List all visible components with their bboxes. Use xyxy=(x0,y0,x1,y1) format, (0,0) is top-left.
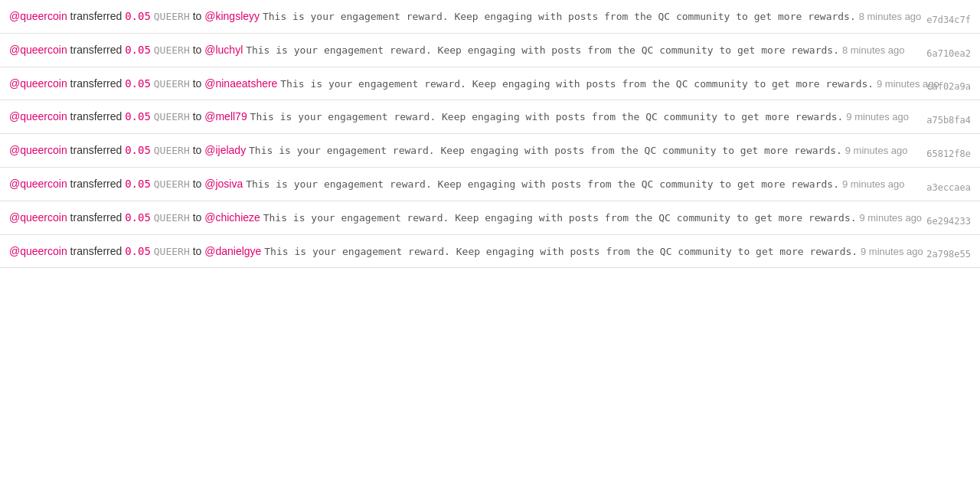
to-label: to xyxy=(193,211,205,224)
timestamp: 9 minutes ago xyxy=(845,145,908,156)
transaction-item: @queercoin transferred 0.05 QUEERH to @i… xyxy=(0,134,980,168)
token: QUEERH xyxy=(154,212,190,224)
transaction-item: @queercoin transferred 0.05 QUEERH to @m… xyxy=(0,100,980,134)
to-account[interactable]: @chichieze xyxy=(204,211,260,224)
tx-hash: e7d34c7f xyxy=(926,15,971,25)
transaction-item: @queercoin transferred 0.05 QUEERH to @n… xyxy=(0,67,980,101)
timestamp: 9 minutes ago xyxy=(842,178,905,190)
amount: 0.05 xyxy=(125,44,151,56)
amount: 0.05 xyxy=(125,144,151,156)
tx-hash: 65812f8e xyxy=(926,149,971,159)
tx-hash: a75b8fa4 xyxy=(926,115,971,126)
to-account[interactable]: @ninaeatshere xyxy=(204,77,277,90)
token: QUEERH xyxy=(154,111,190,122)
amount: 0.05 xyxy=(125,245,151,257)
from-account[interactable]: @queercoin xyxy=(9,44,67,56)
action-text: transferred xyxy=(70,144,126,156)
transaction-item: @queercoin transferred 0.05 QUEERH to @d… xyxy=(0,235,980,269)
message: This is your engagement reward. Keep eng… xyxy=(263,212,857,224)
transaction-line: @queercoin transferred 0.05 QUEERH to @j… xyxy=(9,175,971,193)
from-account[interactable]: @queercoin xyxy=(9,178,67,190)
action-text: transferred xyxy=(70,10,126,22)
amount: 0.05 xyxy=(125,10,151,22)
transaction-line: @queercoin transferred 0.05 QUEERH to @n… xyxy=(9,75,971,93)
tx-hash: caf02a9a xyxy=(926,81,971,92)
transaction-line: @queercoin transferred 0.05 QUEERH to @i… xyxy=(9,142,971,159)
message: This is your engagement reward. Keep eng… xyxy=(263,11,856,22)
from-account[interactable]: @queercoin xyxy=(9,211,67,224)
tx-hash: 6e294233 xyxy=(926,216,971,227)
transaction-item: @queercoin transferred 0.05 QUEERH to @k… xyxy=(0,0,980,34)
tx-hash: 2a798e55 xyxy=(926,249,971,260)
to-account[interactable]: @danielgye xyxy=(204,245,261,257)
action-text: transferred xyxy=(70,178,126,190)
tx-hash: a3eccaea xyxy=(926,182,971,193)
amount: 0.05 xyxy=(125,110,151,122)
to-label: to xyxy=(193,178,205,190)
token: QUEERH xyxy=(154,246,190,257)
message: This is your engagement reward. Keep eng… xyxy=(249,145,842,156)
token: QUEERH xyxy=(154,78,190,90)
timestamp: 9 minutes ago xyxy=(846,111,909,122)
message: This is your engagement reward. Keep eng… xyxy=(250,111,844,122)
to-label: to xyxy=(193,10,205,22)
to-account[interactable]: @ijelady xyxy=(204,144,246,156)
message: This is your engagement reward. Keep eng… xyxy=(246,178,839,190)
timestamp: 8 minutes ago xyxy=(859,11,922,22)
to-label: to xyxy=(193,144,205,156)
token: QUEERH xyxy=(154,145,190,156)
message: This is your engagement reward. Keep eng… xyxy=(264,246,858,257)
transaction-item: @queercoin transferred 0.05 QUEERH to @j… xyxy=(0,168,980,201)
to-label: to xyxy=(193,245,205,257)
transaction-item: @queercoin transferred 0.05 QUEERH to @c… xyxy=(0,201,980,235)
amount: 0.05 xyxy=(125,211,151,224)
token: QUEERH xyxy=(154,11,190,22)
transaction-item: @queercoin transferred 0.05 QUEERH to @l… xyxy=(0,34,980,67)
timestamp: 9 minutes ago xyxy=(861,246,923,257)
to-account[interactable]: @josiva xyxy=(204,178,243,190)
tx-hash: 6a710ea2 xyxy=(926,48,971,59)
action-text: transferred xyxy=(70,44,126,56)
from-account[interactable]: @queercoin xyxy=(9,110,67,122)
to-account[interactable]: @kingsleyy xyxy=(204,10,260,22)
to-label: to xyxy=(193,44,205,56)
to-label: to xyxy=(193,77,205,90)
token: QUEERH xyxy=(154,44,190,56)
transaction-line: @queercoin transferred 0.05 QUEERH to @d… xyxy=(9,243,971,260)
from-account[interactable]: @queercoin xyxy=(9,144,67,156)
to-account[interactable]: @luchyl xyxy=(204,44,243,56)
transaction-line: @queercoin transferred 0.05 QUEERH to @c… xyxy=(9,209,971,227)
message: This is your engagement reward. Keep eng… xyxy=(246,44,839,56)
action-text: transferred xyxy=(70,110,126,122)
transaction-line: @queercoin transferred 0.05 QUEERH to @l… xyxy=(9,41,971,59)
to-account[interactable]: @mell79 xyxy=(204,110,247,122)
to-label: to xyxy=(193,110,205,122)
transaction-line: @queercoin transferred 0.05 QUEERH to @k… xyxy=(9,8,971,25)
from-account[interactable]: @queercoin xyxy=(9,77,67,90)
message: This is your engagement reward. Keep eng… xyxy=(280,78,874,90)
from-account[interactable]: @queercoin xyxy=(9,245,67,257)
amount: 0.05 xyxy=(125,77,151,90)
action-text: transferred xyxy=(70,211,126,224)
from-account[interactable]: @queercoin xyxy=(9,10,67,22)
action-text: transferred xyxy=(70,77,126,90)
action-text: transferred xyxy=(70,245,126,257)
amount: 0.05 xyxy=(125,178,151,190)
timestamp: 8 minutes ago xyxy=(842,44,905,56)
token: QUEERH xyxy=(154,178,190,190)
transaction-list: @queercoin transferred 0.05 QUEERH to @k… xyxy=(0,0,980,268)
timestamp: 9 minutes ago xyxy=(859,212,922,224)
transaction-line: @queercoin transferred 0.05 QUEERH to @m… xyxy=(9,108,971,126)
